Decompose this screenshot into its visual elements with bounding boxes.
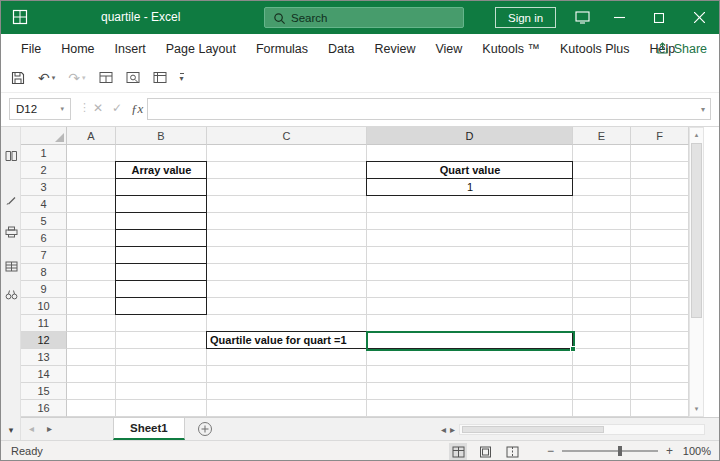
cell-B8[interactable] [115, 263, 207, 281]
sidebar-binoculars-icon[interactable] [4, 287, 18, 301]
qat-tool-3-icon[interactable] [153, 71, 167, 84]
row-header-3[interactable]: 3 [21, 179, 67, 196]
cell-B10[interactable] [115, 297, 207, 315]
minimize-button[interactable] [599, 1, 639, 34]
horizontal-scrollbar-thumb[interactable] [462, 426, 603, 433]
tab-formulas[interactable]: Formulas [246, 34, 318, 63]
row-header-9[interactable]: 9 [21, 281, 67, 298]
tab-insert[interactable]: Insert [105, 34, 156, 63]
tab-page-layout[interactable]: Page Layout [156, 34, 246, 63]
active-cell-D12[interactable] [366, 331, 575, 351]
column-headers: ABCDEF [67, 127, 689, 145]
sheet-tab-sheet1[interactable]: Sheet1 [113, 418, 185, 440]
sign-in-button[interactable]: Sign in [495, 7, 556, 28]
ribbon-display-options-icon[interactable] [565, 1, 599, 34]
column-header-F[interactable]: F [631, 127, 689, 145]
enter-check-icon[interactable]: ✓ [112, 101, 122, 115]
row-header-7[interactable]: 7 [21, 247, 67, 264]
maximize-button[interactable] [639, 1, 679, 34]
tab-home[interactable]: Home [51, 34, 104, 63]
sidebar-book-icon[interactable] [4, 149, 18, 163]
cell-B2[interactable]: Array value [116, 162, 207, 179]
cell-B6[interactable] [115, 229, 207, 247]
undo-button[interactable]: ↶ ▾ [38, 71, 55, 85]
hscroll-right-icon[interactable]: ▸ [450, 424, 455, 435]
close-button[interactable] [679, 1, 719, 34]
zoom-slider[interactable] [562, 450, 658, 452]
zoom-level[interactable]: 100% [681, 445, 711, 457]
select-all-button[interactable] [21, 127, 67, 145]
column-header-A[interactable]: A [67, 127, 116, 145]
formula-input[interactable]: ▾ [147, 98, 711, 120]
new-sheet-button[interactable] [197, 421, 213, 437]
save-button[interactable] [11, 71, 25, 85]
titlebar-search[interactable]: Search [264, 7, 464, 28]
cell-B9[interactable] [115, 280, 207, 298]
column-header-B[interactable]: B [116, 127, 207, 145]
qat-tool-1-icon[interactable] [99, 71, 113, 84]
tab-data[interactable]: Data [318, 34, 364, 63]
sidebar-printer-icon[interactable] [4, 225, 18, 239]
row-header-2[interactable]: 2 [21, 162, 67, 179]
scroll-up-icon[interactable]: ▴ [690, 131, 703, 139]
vertical-scrollbar[interactable]: ▴ ▾ [689, 127, 704, 417]
cell-B7[interactable] [115, 246, 207, 264]
normal-view-button[interactable] [449, 443, 467, 460]
row-header-10[interactable]: 10 [21, 298, 67, 315]
row-header-4[interactable]: 4 [21, 196, 67, 213]
cancel-icon[interactable]: ✕ [93, 101, 103, 115]
view-shortcuts [449, 443, 521, 460]
fill-handle[interactable] [570, 346, 576, 352]
horizontal-scrollbar[interactable]: ◂ ▸ [441, 422, 705, 436]
row-header-12[interactable]: 12 [21, 332, 67, 349]
column-header-E[interactable]: E [573, 127, 631, 145]
tab-file[interactable]: File [11, 34, 51, 63]
row-header-14[interactable]: 14 [21, 366, 67, 383]
column-header-D[interactable]: D [367, 127, 573, 145]
row-header-5[interactable]: 5 [21, 213, 67, 230]
name-box[interactable]: D12 ▾ [9, 98, 71, 120]
row-header-8[interactable]: 8 [21, 264, 67, 281]
sheet-nav-right-icon[interactable]: ▸ [47, 423, 52, 434]
cell-D3[interactable]: 1 [367, 179, 573, 196]
expand-formula-bar-icon[interactable]: ▾ [701, 105, 705, 114]
share-button[interactable]: Share [656, 34, 707, 63]
cell-D2[interactable]: Quart value [367, 162, 573, 179]
row-header-15[interactable]: 15 [21, 383, 67, 400]
tab-kutools[interactable]: Kutools ™ [472, 34, 550, 63]
row-header-6[interactable]: 6 [21, 230, 67, 247]
qat-tool-2-icon[interactable] [126, 71, 140, 84]
search-placeholder: Search [291, 12, 327, 24]
tab-view[interactable]: View [425, 34, 472, 63]
tab-review[interactable]: Review [364, 34, 425, 63]
row-header-16[interactable]: 16 [21, 400, 67, 417]
hscroll-left-icon[interactable]: ◂ [441, 424, 446, 435]
tab-kutools-plus[interactable]: Kutools Plus [550, 34, 639, 63]
row-header-11[interactable]: 11 [21, 315, 67, 332]
customize-qat-button[interactable]: ▾ [180, 73, 184, 83]
cell-C12[interactable]: Quartile value for quart =1 [207, 332, 367, 349]
page-break-view-button[interactable] [503, 443, 521, 460]
cell-B5[interactable] [115, 212, 207, 230]
sidebar-pen-icon[interactable] [4, 193, 18, 207]
cells-area[interactable]: Array valueQuart value1Quartile value fo… [67, 145, 689, 417]
chevron-down-icon: ▾ [60, 105, 64, 113]
redo-button[interactable]: ↷ ▾ [68, 71, 85, 85]
redo-icon: ↷ [68, 71, 80, 85]
row-header-13[interactable]: 13 [21, 349, 67, 366]
zoom-out-button[interactable]: − [547, 444, 554, 458]
column-header-C[interactable]: C [207, 127, 367, 145]
scroll-down-icon[interactable]: ▾ [690, 405, 703, 413]
page-layout-view-button[interactable] [476, 443, 494, 460]
cell-B3[interactable] [115, 178, 207, 196]
row-header-1[interactable]: 1 [21, 145, 67, 162]
sidebar-collapse-icon[interactable]: ▾ [4, 423, 18, 437]
hscroll-track[interactable] [459, 424, 705, 435]
sheet-nav-left-icon[interactable]: ◂ [29, 423, 34, 434]
vertical-scrollbar-thumb[interactable] [691, 143, 702, 318]
sidebar-grid-icon[interactable] [4, 259, 18, 273]
zoom-slider-thumb[interactable] [618, 446, 622, 456]
cell-B4[interactable] [115, 195, 207, 213]
zoom-in-button[interactable]: + [666, 444, 673, 458]
insert-function-button[interactable]: ƒx [131, 101, 143, 117]
